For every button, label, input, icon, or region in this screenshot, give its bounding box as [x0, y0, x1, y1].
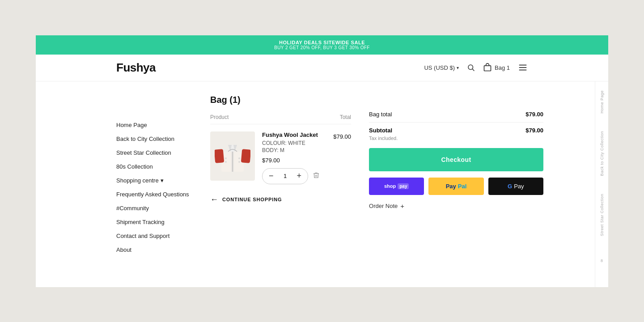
header-right: US (USD $) ▾ Bag 1	[424, 63, 528, 72]
shop-pay-button[interactable]: shop pay	[369, 178, 424, 195]
gpay-g: G	[508, 183, 512, 190]
sidebar-item-faq[interactable]: Frequently Asked Questions	[116, 191, 192, 198]
product-price: $79.00	[262, 157, 320, 164]
product-body: BODY: M	[262, 147, 320, 153]
payment-methods: shop pay Pay Pal G Pay	[369, 178, 543, 195]
sidebar-item-city-collection[interactable]: Back to City Collection	[116, 136, 192, 142]
paypal-label: Pay	[446, 183, 456, 190]
trash-icon	[313, 172, 320, 179]
promo-banner: HOLIDAY DEALS SITEWIDE SALE BUY 2 GET 20…	[36, 35, 608, 55]
svg-point-0	[468, 65, 473, 70]
svg-rect-8	[241, 149, 250, 163]
vertical-nav-dot: 8	[601, 258, 603, 263]
gpay-button[interactable]: G Pay	[488, 178, 543, 195]
continue-shopping-label: CONTINUE SHOPPING	[222, 197, 282, 202]
tax-note: Tax included.	[369, 136, 543, 141]
bag-total-value: $79.00	[525, 111, 543, 118]
sidebar-item-community[interactable]: #Community	[116, 205, 192, 212]
svg-point-14	[225, 157, 227, 159]
product-colour: COLOUR: WHITE	[262, 140, 320, 146]
arrow-left-icon: ←	[210, 195, 219, 204]
page-title: Bag (1)	[210, 95, 351, 105]
sidebar-item-about[interactable]: About	[116, 246, 192, 253]
menu-button[interactable]	[518, 63, 528, 72]
paypal-label2: Pal	[458, 183, 467, 190]
chevron-down-icon: ▾	[161, 177, 164, 184]
bag-label: Bag 1	[495, 64, 510, 71]
currency-selector[interactable]: US (USD $) ▾	[424, 64, 459, 71]
svg-point-15	[225, 161, 227, 163]
banner-line2: BUY 2 GET 20% OFF, BUY 3 GET 30% OFF	[36, 45, 608, 50]
svg-point-17	[238, 161, 240, 163]
page-area: Bag (1) Product Total	[192, 95, 351, 269]
subtotal-label: Subtotal	[369, 127, 392, 134]
vertical-nav-city[interactable]: Back to City Collection	[600, 131, 604, 176]
delete-item-button[interactable]	[313, 172, 320, 181]
order-summary-panel: Bag total $79.00 Subtotal $79.00 Tax inc…	[351, 95, 543, 269]
subtotal-row: Subtotal $79.00	[369, 127, 543, 134]
svg-point-16	[238, 157, 240, 159]
bag-button[interactable]: Bag 1	[483, 63, 510, 72]
search-icon	[467, 64, 475, 72]
chevron-down-icon: ▾	[457, 65, 459, 70]
sidebar-item-80s-collection[interactable]: 80s Collection	[116, 163, 192, 170]
search-button[interactable]	[467, 64, 475, 72]
vertical-nav-street[interactable]: Street Star Collection	[600, 194, 604, 236]
col-total-header: Total	[340, 114, 351, 120]
banner-line1: HOLIDAY DEALS SITEWIDE SALE	[36, 40, 608, 45]
sidebar-item-shopping-centre[interactable]: Shopping centre ▾	[116, 177, 192, 184]
continue-shopping-link[interactable]: ← CONTINUE SHOPPING	[210, 195, 351, 204]
product-details: Fushya Wool Jacket COLOUR: WHITE BODY: M…	[255, 131, 320, 184]
site-header: Fushya US (USD $) ▾ Bag 1	[36, 55, 608, 81]
order-note-label: Order Note	[369, 203, 398, 209]
plus-icon: +	[400, 202, 404, 210]
svg-line-1	[472, 69, 474, 71]
table-row: Fushya Wool Jacket COLOUR: WHITE BODY: M…	[210, 131, 351, 184]
summary-divider	[369, 122, 543, 123]
subtotal-value: $79.00	[525, 127, 543, 134]
jacket-illustration	[215, 136, 250, 176]
bag-icon	[483, 63, 492, 72]
product-name: Fushya Wool Jacket	[262, 131, 320, 138]
svg-rect-7	[215, 149, 224, 163]
menu-icon	[518, 63, 528, 72]
paypal-button[interactable]: Pay Pal	[428, 178, 483, 195]
product-image	[210, 131, 255, 181]
checkout-button[interactable]: Checkout	[369, 148, 543, 171]
site-logo[interactable]: Fushya	[116, 61, 424, 75]
product-main-area: Fushya Wool Jacket COLOUR: WHITE BODY: M…	[210, 131, 320, 184]
bag-total-label: Bag total	[369, 111, 392, 118]
shop-pay-label: shop	[384, 183, 396, 189]
sidebar-item-street-collection[interactable]: Street Star Collection	[116, 149, 192, 156]
order-note-toggle[interactable]: Order Note +	[369, 202, 543, 210]
shop-pay-badge: pay	[398, 183, 409, 189]
gpay-label: Pay	[514, 183, 524, 190]
qty-delete-row: − 1 +	[262, 168, 320, 184]
vertical-sidebar: Home Page Back to City Collection Street…	[595, 81, 608, 287]
vertical-nav-home[interactable]: Home Page	[600, 90, 604, 114]
sidebar-item-shipment[interactable]: Shipment Tracking	[116, 219, 192, 225]
bag-table-header: Product Total	[210, 114, 351, 124]
product-total: $79.00	[320, 131, 351, 140]
col-product-header: Product	[210, 114, 340, 120]
sidebar-item-contact[interactable]: Contact and Support	[116, 233, 192, 239]
main-content: Home Page Back to City Collection Street…	[36, 81, 608, 287]
svg-rect-2	[484, 66, 491, 71]
sidebar-item-homepage[interactable]: Home Page	[116, 122, 192, 128]
quantity-decrease-button[interactable]: −	[263, 169, 280, 184]
quantity-value: 1	[280, 173, 291, 179]
quantity-increase-button[interactable]: +	[291, 169, 308, 184]
sidebar: Home Page Back to City Collection Street…	[116, 95, 192, 269]
bag-total-row: Bag total $79.00	[369, 111, 543, 118]
quantity-stepper: − 1 +	[262, 168, 308, 184]
